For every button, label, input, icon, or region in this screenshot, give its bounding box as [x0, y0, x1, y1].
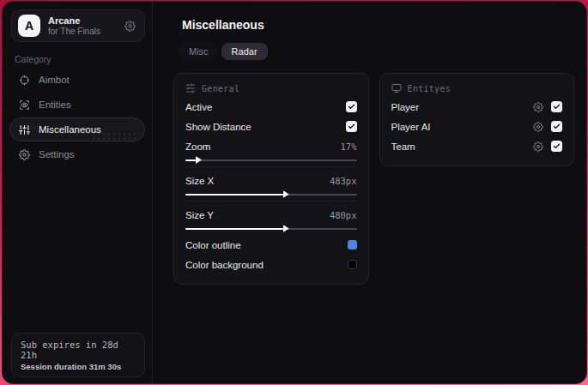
check-icon — [348, 103, 355, 111]
tab-radar[interactable]: Radar — [221, 43, 268, 60]
gear-icon[interactable] — [533, 122, 543, 132]
subscription-card: Sub expires in 28d 21h Session duration … — [11, 333, 145, 377]
tab-misc[interactable]: Misc — [179, 43, 219, 60]
player-checkbox[interactable] — [551, 101, 562, 112]
entity-label: Player — [391, 102, 420, 112]
general-card-header: General — [185, 83, 357, 93]
sidebar-item-aimbot[interactable]: Aimbot — [9, 68, 145, 92]
monitor-icon — [391, 83, 402, 93]
slider-thumb[interactable] — [283, 190, 289, 198]
slider-thumb[interactable] — [196, 156, 202, 164]
page-title: Miscellaneous — [182, 18, 574, 32]
zoom-slider[interactable] — [185, 156, 357, 164]
sidebar-item-miscellaneous[interactable]: Miscellaneous — [9, 117, 145, 141]
general-card: General Active Show Distance Zoom — [173, 73, 369, 285]
entities-card-header: Entityes — [391, 83, 563, 93]
app-logo: A — [18, 15, 40, 37]
sidebar-item-settings[interactable]: Settings — [9, 142, 145, 166]
check-icon — [553, 123, 561, 130]
setting-label: Zoom — [185, 141, 210, 152]
crosshair-icon — [19, 75, 30, 86]
setting-label: Color background — [185, 260, 264, 270]
app-title: Arcane — [48, 15, 117, 27]
sidebar-item-label: Aimbot — [39, 75, 70, 85]
slider-track — [185, 159, 357, 161]
entity-controls — [533, 141, 562, 152]
gear-icon[interactable] — [533, 141, 543, 152]
entity-row-player: Player — [391, 97, 563, 117]
sidebar-item-label: Entities — [39, 99, 71, 110]
sidebar: A Arcane for The Finals Category Aimbot … — [3, 2, 153, 383]
check-icon — [553, 103, 561, 111]
scan-eye-icon — [19, 99, 30, 111]
divider — [185, 201, 357, 202]
color-background-swatch[interactable] — [348, 260, 357, 269]
entity-row-team: Team — [391, 136, 563, 156]
size-x-slider[interactable] — [185, 190, 357, 198]
logo-card: A Arcane for The Finals — [11, 9, 145, 42]
setting-row-active: Active — [185, 97, 357, 117]
setting-label: Color outline — [185, 240, 241, 250]
setting-label: Size X — [185, 176, 214, 186]
setting-row-show-distance: Show Distance — [185, 117, 357, 136]
cards-row: General Active Show Distance Zoom — [173, 73, 574, 285]
category-label: Category — [15, 54, 152, 64]
setting-label: Size Y — [185, 210, 214, 220]
size-x-value: 483px — [330, 176, 357, 186]
team-checkbox[interactable] — [551, 141, 562, 152]
entity-label: Team — [391, 141, 415, 152]
sidebar-nav: Aimbot Entities Miscellaneous Settings — [3, 68, 152, 166]
app-subtitle: for The Finals — [48, 27, 117, 37]
tab-bar: Misc Radar — [179, 43, 574, 60]
setting-label: Active — [185, 102, 212, 112]
entity-row-player-ai: Player AI — [391, 117, 563, 136]
player-ai-checkbox[interactable] — [551, 121, 562, 132]
setting-row-size-x: Size X 483px — [185, 171, 357, 190]
slider-fill — [185, 228, 283, 230]
entity-controls — [533, 101, 562, 112]
zoom-value: 17% — [341, 141, 357, 152]
app-window: A Arcane for The Finals Category Aimbot … — [2, 1, 587, 384]
entities-card-title: Entityes — [408, 84, 452, 93]
setting-row-size-y: Size Y 480px — [185, 205, 357, 225]
slider-fill — [185, 194, 283, 196]
sidebar-item-label: Settings — [39, 149, 75, 159]
general-card-title: General — [202, 84, 239, 93]
main-content: Miscellaneous Misc Radar General Active — [154, 2, 586, 383]
session-duration-text: Session duration 31m 30s — [21, 362, 136, 371]
sliders-vertical-icon — [19, 124, 30, 135]
gear-icon[interactable] — [533, 102, 543, 112]
logo-text: Arcane for The Finals — [48, 15, 117, 36]
entity-label: Player AI — [391, 122, 431, 132]
check-icon — [553, 142, 561, 150]
check-icon — [348, 123, 355, 130]
slider-fill — [185, 159, 196, 161]
entity-controls — [533, 121, 562, 132]
show-distance-checkbox[interactable] — [346, 121, 357, 132]
sidebar-item-entities[interactable]: Entities — [9, 93, 145, 117]
setting-row-zoom: Zoom 17% — [185, 136, 357, 156]
size-y-slider[interactable] — [185, 225, 357, 232]
setting-row-color-background: Color background — [185, 255, 357, 274]
setting-label: Show Distance — [185, 122, 252, 132]
setting-row-color-outline: Color outline — [185, 235, 357, 255]
sub-expiry-text: Sub expires in 28d 21h — [21, 340, 136, 360]
sliders-horizontal-icon — [185, 83, 196, 93]
sidebar-item-label: Miscellaneous — [39, 124, 101, 135]
active-checkbox[interactable] — [346, 101, 357, 112]
size-y-value: 480px — [330, 210, 357, 220]
divider — [185, 166, 357, 167]
color-outline-swatch[interactable] — [348, 240, 357, 250]
gear-icon[interactable] — [124, 21, 136, 32]
gear-icon — [19, 149, 30, 160]
entities-card: Entityes Player Player AI — [379, 73, 575, 166]
slider-thumb[interactable] — [283, 225, 289, 232]
